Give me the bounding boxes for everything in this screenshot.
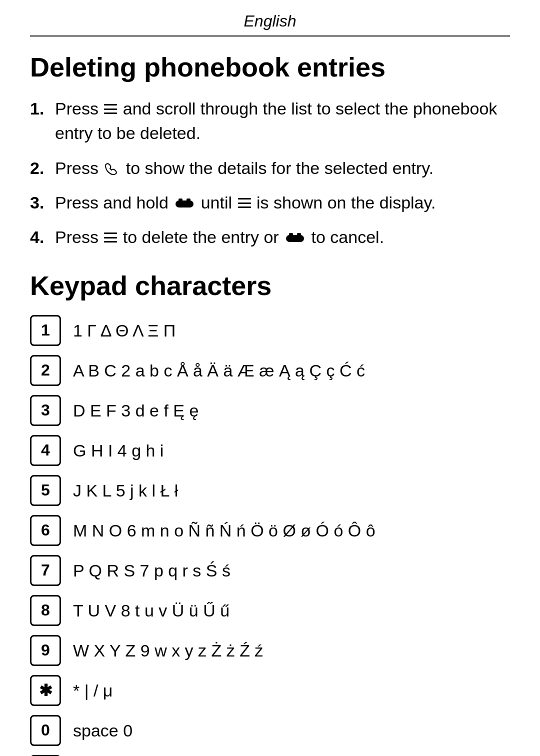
- keypad-row-8: 8 T U V 8 t u v Ü ü Ű ű: [30, 595, 510, 626]
- key-5: 5: [30, 475, 61, 506]
- key-7: 7: [30, 555, 61, 586]
- key-9-chars: W X Y Z 9 w x y z Ż ż Ź ź: [73, 640, 263, 662]
- key-8: 8: [30, 595, 61, 626]
- section-keypad: Keypad characters 1 1 Γ Δ Θ Λ Ξ Π 2 A B …: [30, 270, 510, 756]
- step-1: 1. Press and scroll through the list to …: [30, 96, 510, 146]
- svg-rect-1: [178, 198, 182, 204]
- key-4-chars: G H I 4 g h i: [73, 440, 164, 462]
- key-6-chars: M N O 6 m n o Ñ ñ Ń ń Ö ö Ø ø Ó ó Ô ô: [73, 520, 376, 542]
- step-1-number: 1.: [30, 96, 55, 121]
- step-1-content: Press and scroll through the list to sel…: [55, 96, 510, 146]
- section-deleting: Deleting phonebook entries 1. Press and …: [30, 52, 510, 250]
- step-3-content: Press and hold until is shown on the dis…: [55, 190, 510, 215]
- language-header: English: [30, 0, 510, 36]
- step-3-number: 3.: [30, 190, 55, 215]
- keypad-row-6: 6 M N O 6 m n o Ñ ñ Ń ń Ö ö Ø ø Ó ó Ô ô: [30, 515, 510, 546]
- keypad-row-5: 5 J K L 5 j k l Ł ł: [30, 475, 510, 506]
- key-1-chars: 1 Γ Δ Θ Λ Ξ Π: [73, 320, 176, 342]
- keypad-rows: 1 1 Γ Δ Θ Λ Ξ Π 2 A B C 2 a b c Å å Ä ä …: [30, 315, 510, 756]
- step-4: 4. Press to delete the entry or to cance…: [30, 225, 510, 250]
- end-call-icon-2: [285, 232, 305, 244]
- page-container: English Deleting phonebook entries 1. Pr…: [0, 0, 540, 756]
- svg-rect-3: [286, 235, 304, 242]
- key-2: 2: [30, 355, 61, 386]
- menu-icon-2: [238, 198, 251, 208]
- step-3: 3. Press and hold until is shown on the …: [30, 190, 510, 215]
- keypad-row-0: 0 space 0: [30, 715, 510, 746]
- keypad-row-star: ✱ * | / μ: [30, 675, 510, 706]
- keypad-row-2: 2 A B C 2 a b c Å å Ä ä Æ æ Ą ą Ç ç Ć ć: [30, 355, 510, 386]
- key-9: 9: [30, 635, 61, 666]
- key-3-chars: D E F 3 d e f Ę ę: [73, 400, 198, 422]
- key-6: 6: [30, 515, 61, 546]
- keypad-row-4: 4 G H I 4 g h i: [30, 435, 510, 466]
- svg-rect-4: [289, 233, 293, 238]
- key-0: 0: [30, 715, 61, 746]
- key-2-chars: A B C 2 a b c Å å Ä ä Æ æ Ą ą Ç ç Ć ć: [73, 360, 365, 382]
- end-call-icon-1: [174, 198, 194, 210]
- instructions-list: 1. Press and scroll through the list to …: [30, 96, 510, 250]
- keypad-row-1: 1 1 Γ Δ Θ Λ Ξ Π: [30, 315, 510, 346]
- step-4-number: 4.: [30, 225, 55, 250]
- key-1: 1: [30, 315, 61, 346]
- step-2-number: 2.: [30, 156, 55, 180]
- key-3: 3: [30, 395, 61, 426]
- call-icon-1: [104, 163, 120, 175]
- step-2: 2. Press to show the details for the sel…: [30, 156, 510, 180]
- key-8-chars: T U V 8 t u v Ü ü Ű ű: [73, 600, 230, 622]
- key-0-chars: space 0: [73, 720, 132, 742]
- key-star: ✱: [30, 675, 61, 706]
- keypad-row-3: 3 D E F 3 d e f Ę ę: [30, 395, 510, 426]
- language-label: English: [244, 12, 296, 30]
- key-5-chars: J K L 5 j k l Ł ł: [73, 480, 178, 502]
- keypad-row-7: 7 P Q R S 7 p q r s Ś ś: [30, 555, 510, 586]
- menu-icon-3: [104, 232, 117, 242]
- menu-icon-1: [104, 104, 117, 114]
- key-4: 4: [30, 435, 61, 466]
- section-keypad-title: Keypad characters: [30, 270, 510, 301]
- step-4-content: Press to delete the entry or to cancel.: [55, 225, 510, 250]
- step-2-content: Press to show the details for the select…: [55, 156, 510, 180]
- svg-rect-2: [186, 198, 190, 204]
- key-7-chars: P Q R S 7 p q r s Ś ś: [73, 560, 230, 582]
- svg-rect-5: [297, 233, 301, 238]
- keypad-row-9: 9 W X Y Z 9 w x y z Ż ż Ź ź: [30, 635, 510, 666]
- section-deleting-title: Deleting phonebook entries: [30, 52, 510, 82]
- key-star-chars: * | / μ: [73, 680, 112, 702]
- svg-rect-0: [176, 200, 194, 208]
